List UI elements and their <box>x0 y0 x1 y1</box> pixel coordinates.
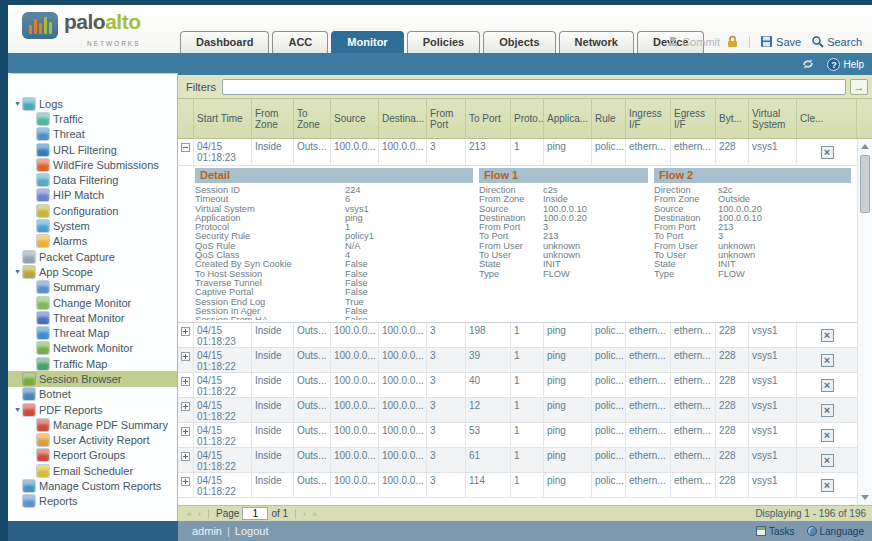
expand-row-icon[interactable] <box>181 377 190 386</box>
column-header-virtual-system[interactable]: Virtual System <box>749 99 797 138</box>
proto-cell: 1 <box>511 423 544 447</box>
last-page-button[interactable]: » <box>312 509 317 519</box>
tab-network[interactable]: Network <box>559 31 634 53</box>
table-row[interactable]: 04/1501:18:22InsideOuts...100.0.0...100.… <box>178 398 857 423</box>
column-header-proto[interactable]: Proto... <box>511 99 544 138</box>
sidebar-item-session-browser[interactable]: Session Browser <box>8 371 177 386</box>
column-header-applica[interactable]: Applica... <box>544 99 592 138</box>
to-port-cell: 198 <box>466 323 511 347</box>
tree-expander-icon[interactable]: ▼ <box>12 406 23 413</box>
sidebar-item-user-activity-report[interactable]: User Activity Report <box>8 433 177 448</box>
clear-session-icon[interactable]: × <box>821 479 834 492</box>
sidebar-item-email-scheduler[interactable]: Email Scheduler <box>8 463 177 478</box>
expand-row-icon[interactable] <box>181 402 190 411</box>
sidebar-item-threat[interactable]: Threat <box>8 127 177 142</box>
sidebar-item-traffic-map[interactable]: Traffic Map <box>8 356 177 371</box>
tree-expander-icon[interactable]: ▼ <box>12 100 23 107</box>
sidebar-item-threat-map[interactable]: Threat Map <box>8 325 177 340</box>
clear-session-icon[interactable]: × <box>821 379 834 392</box>
prev-page-button[interactable]: ‹ <box>198 509 201 519</box>
sidebar-item-manage-pdf-summary[interactable]: Manage PDF Summary <box>8 417 177 432</box>
sidebar-item-change-monitor[interactable]: Change Monitor <box>8 295 177 310</box>
expand-row-icon[interactable] <box>181 452 190 461</box>
sidebar-item-app-scope[interactable]: ▼App Scope <box>8 264 177 279</box>
column-header-source[interactable]: Source <box>331 99 379 138</box>
column-header-rule[interactable]: Rule <box>592 99 626 138</box>
column-header-to-port[interactable]: To Port <box>466 99 511 138</box>
sidebar-item-report-groups[interactable]: Report Groups <box>8 448 177 463</box>
tab-dashboard[interactable]: Dashboard <box>180 31 269 53</box>
refresh-button[interactable] <box>801 58 815 70</box>
sidebar-item-summary[interactable]: Summary <box>8 280 177 295</box>
table-row[interactable]: 04/1501:18:22InsideOuts...100.0.0...100.… <box>178 473 857 498</box>
clear-session-icon[interactable]: × <box>821 354 834 367</box>
scroll-down-icon[interactable] <box>861 495 869 500</box>
table-row[interactable]: 04/1501:18:23InsideOuts...100.0.0...100.… <box>178 139 857 166</box>
clear-session-icon[interactable]: × <box>821 404 834 417</box>
tab-policies[interactable]: Policies <box>407 31 481 53</box>
filters-input[interactable] <box>222 79 846 95</box>
table-row[interactable]: 04/1501:18:22InsideOuts...100.0.0...100.… <box>178 448 857 473</box>
tab-monitor[interactable]: Monitor <box>331 31 403 53</box>
column-header-egress-i-f[interactable]: Egress I/F <box>671 99 716 138</box>
column-header-destina[interactable]: Destina... <box>379 99 427 138</box>
apply-filter-button[interactable]: → <box>850 79 868 95</box>
collapse-row-icon[interactable] <box>181 143 190 152</box>
brand-name-secondary: alto <box>105 10 140 33</box>
sidebar-item-alarms[interactable]: Alarms <box>8 234 177 249</box>
scrollbar-thumb[interactable] <box>860 155 870 213</box>
sidebar-item-url-filtering[interactable]: URL Filtering <box>8 142 177 157</box>
table-row[interactable]: 04/1501:18:22InsideOuts...100.0.0...100.… <box>178 348 857 373</box>
tree-expander-icon[interactable]: ▼ <box>12 268 23 275</box>
search-button[interactable]: Search <box>811 35 862 48</box>
sidebar-item-network-monitor[interactable]: Network Monitor <box>8 341 177 356</box>
tab-objects[interactable]: Objects <box>483 31 555 53</box>
sidebar-item-wildfire-submissions[interactable]: WildFire Submissions <box>8 157 177 172</box>
sidebar-item-manage-custom-reports[interactable]: Manage Custom Reports <box>8 478 177 493</box>
expand-row-icon[interactable] <box>181 477 190 486</box>
tab-acc[interactable]: ACC <box>272 31 328 53</box>
sidebar-item-hip-match[interactable]: HIP Match <box>8 188 177 203</box>
save-button[interactable]: Save <box>760 35 801 48</box>
clear-session-icon[interactable]: × <box>821 329 834 342</box>
sidebar-item-botnet[interactable]: Botnet <box>8 387 177 402</box>
table-row[interactable]: 04/1501:18:23InsideOuts...100.0.0...100.… <box>178 323 857 348</box>
tasks-button[interactable]: Tasks <box>756 526 795 537</box>
sidebar-item-threat-monitor[interactable]: Threat Monitor <box>8 310 177 325</box>
column-header-start-time[interactable]: Start Time <box>194 99 252 138</box>
sidebar-item-data-filtering[interactable]: Data Filtering <box>8 172 177 187</box>
language-button[interactable]: Language <box>807 526 865 537</box>
sidebar-item-traffic[interactable]: Traffic <box>8 111 177 126</box>
column-header-cle[interactable]: Cle... <box>797 99 857 138</box>
clear-session-icon[interactable]: × <box>821 454 834 467</box>
scroll-up-icon[interactable] <box>861 144 869 149</box>
help-button[interactable]: ? Help <box>827 58 864 71</box>
clear-session-icon[interactable]: × <box>821 429 834 442</box>
next-page-button[interactable]: › <box>303 509 306 519</box>
sidebar-item-system[interactable]: System <box>8 218 177 233</box>
expand-row-icon[interactable] <box>181 327 190 336</box>
sidebar-item-reports[interactable]: Reports <box>8 494 177 509</box>
table-row[interactable]: 04/1501:18:22InsideOuts...100.0.0...100.… <box>178 373 857 398</box>
sidebar-item-logs[interactable]: ▼Logs <box>8 96 177 111</box>
clear-session-icon[interactable]: × <box>821 146 834 159</box>
lock-icon[interactable] <box>726 35 739 48</box>
vertical-scrollbar[interactable] <box>857 139 872 505</box>
column-header-from-port[interactable]: From Port <box>427 99 466 138</box>
logout-link[interactable]: Logout <box>235 525 269 537</box>
expand-row-icon[interactable] <box>181 352 190 361</box>
expand-row-icon[interactable] <box>181 427 190 436</box>
sidebar-item-packet-capture[interactable]: Packet Capture <box>8 249 177 264</box>
first-page-button[interactable]: « <box>187 509 192 519</box>
commit-button[interactable]: Commit <box>666 35 720 48</box>
column-header-from-zone[interactable]: From Zone <box>252 99 294 138</box>
page-input[interactable] <box>242 507 268 520</box>
column-header-byt[interactable]: Byt... <box>716 99 749 138</box>
table-row[interactable]: 04/1501:18:22InsideOuts...100.0.0...100.… <box>178 423 857 448</box>
sidebar-item-pdf-reports[interactable]: ▼PDF Reports <box>8 402 177 417</box>
ingress-cell: ethern... <box>626 473 671 497</box>
column-header-to-zone[interactable]: To Zone <box>294 99 331 138</box>
column-header-ingress-i-f[interactable]: Ingress I/F <box>626 99 671 138</box>
sidebar-item-configuration[interactable]: Configuration <box>8 203 177 218</box>
rule-cell: polic... <box>592 423 626 447</box>
